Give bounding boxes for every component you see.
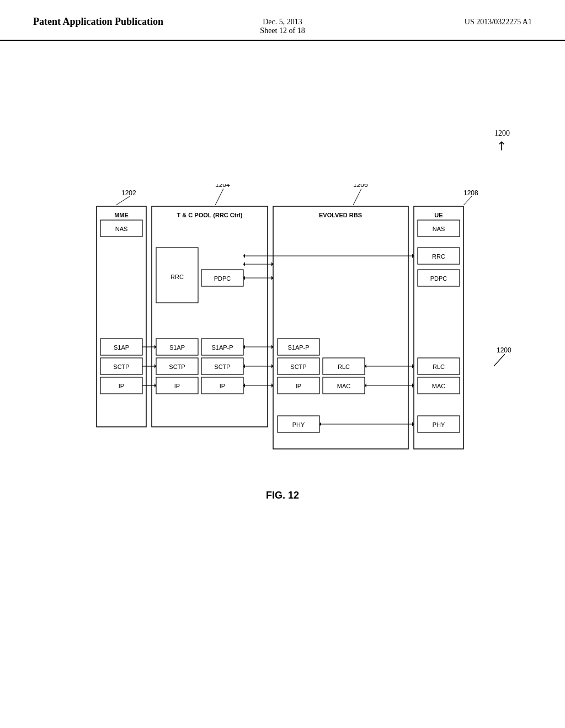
publication-title: Patent Application Publication — [33, 15, 199, 28]
erbs-ref: 1206 — [353, 184, 368, 189]
tc-s1ap-p: S1AP-P — [211, 344, 233, 351]
tc-ip-r: IP — [220, 383, 225, 389]
ue-label: UE — [434, 212, 443, 218]
erbs-sctp: SCTP — [290, 363, 306, 370]
tc-ip-l: IP — [174, 383, 180, 389]
tc-sctp-l: SCTP — [169, 363, 185, 370]
protocol-stack-diagram: text.label { font-family: Arial, sans-se… — [66, 184, 541, 473]
svg-rect-17 — [273, 206, 408, 449]
figure-caption: FIG. 12 — [33, 490, 532, 501]
erbs-label: EVOLVED RBS — [319, 212, 362, 218]
erbs-ip: IP — [296, 383, 301, 389]
publication-date: Dec. 5, 2013 Sheet 12 of 18 — [199, 15, 365, 35]
main-content: 1200 ↗ text.label { font-family: Arial, … — [0, 41, 565, 523]
svg-line-6 — [215, 189, 223, 205]
erbs-rlc: RLC — [338, 363, 350, 370]
fig-1200: 1200 — [497, 346, 511, 354]
diagram-svg: text.label { font-family: Arial, sans-se… — [66, 184, 541, 471]
ue-pdpc: PDPC — [430, 275, 447, 282]
ue-rrc: RRC — [432, 253, 445, 260]
svg-line-16 — [353, 189, 361, 205]
svg-line-65 — [494, 354, 505, 366]
tc-label: T & C POOL (RRC Ctrl) — [177, 212, 243, 218]
mme-nas: NAS — [115, 226, 128, 232]
mme-s1ap: S1AP — [114, 344, 129, 351]
tc-rrc: RRC — [170, 274, 184, 280]
figure-ref-number: 1200 ↗ — [494, 129, 510, 153]
svg-line-24 — [463, 196, 472, 205]
ue-nas: NAS — [433, 226, 445, 232]
tc-ref: 1204 — [215, 184, 230, 189]
erbs-mac: MAC — [337, 383, 351, 389]
tc-pdpc: PDPC — [214, 275, 231, 282]
svg-rect-25 — [414, 206, 463, 449]
tc-sctp-r: SCTP — [214, 363, 230, 370]
mme-label: MME — [114, 212, 129, 218]
erbs-phy: PHY — [292, 421, 305, 428]
patent-number: US 2013/0322275 A1 — [366, 15, 532, 26]
tc-s1ap-l: S1AP — [169, 344, 185, 351]
ue-ref: 1208 — [463, 189, 478, 197]
ue-mac: MAC — [432, 383, 446, 389]
svg-line-0 — [116, 196, 130, 205]
mme-sctp: SCTP — [113, 363, 129, 370]
erbs-s1ap-p: S1AP-P — [287, 344, 309, 351]
ue-phy: PHY — [433, 421, 445, 428]
ue-rlc: RLC — [433, 363, 445, 370]
page-header: Patent Application Publication Dec. 5, 2… — [0, 0, 565, 41]
mme-ip: IP — [119, 383, 124, 389]
mme-ref: 1202 — [121, 189, 136, 197]
